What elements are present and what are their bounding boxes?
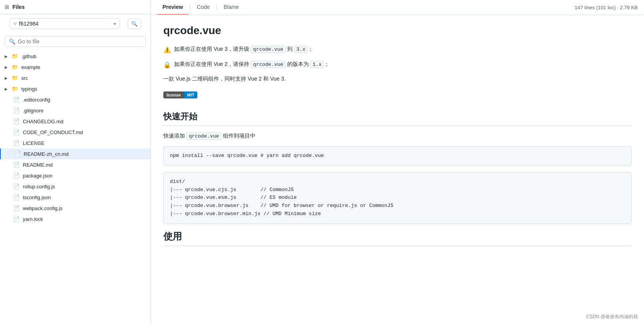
go-to-file-container: 🔍 (5, 36, 146, 47)
folder-icon: 📁 (12, 86, 18, 92)
branch-icon: ⑂ (14, 21, 17, 27)
dist-block: dist/ |--- qrcode.vue.cjs.js // CommonJS… (163, 172, 632, 224)
notice-vue2: 🔒 如果你正在使用 Vue 2，请保持 qrcode.vue 的版本为 1.x； (163, 60, 632, 70)
notice2-text: 如果你正在使用 Vue 2，请保持 qrcode.vue 的版本为 1.x； (174, 60, 329, 69)
notice-vue3: ⚠️ 如果你正在使用 Vue 3，请升级 qrcode.vue 到 3.x； (163, 45, 632, 55)
tab-preview[interactable]: Preview (157, 0, 188, 15)
notice1-code2: 3.x (294, 46, 308, 53)
content-area: qrcode.vue ⚠️ 如果你正在使用 Vue 3，请升级 qrcode.v… (151, 15, 644, 324)
sidebar-item-package-json[interactable]: 📄 package.json (0, 170, 151, 181)
sidebar-item-webpack[interactable]: 📄 webpack.config.js (0, 203, 151, 214)
tab-bar: Preview | Code | Blame 147 lines (101 lo… (151, 0, 644, 15)
notice2-code2: 1.x (310, 61, 324, 68)
file-icon: 📄 (14, 151, 21, 157)
chevron-right-icon: ▶ (5, 54, 8, 59)
folder-name: .github (21, 53, 36, 59)
footer-credit: CSDN @俊俊有内涵的我 (586, 314, 638, 320)
file-icon: 📄 (13, 97, 20, 103)
tab-blame[interactable]: Blame (218, 0, 245, 15)
file-icon: 📄 (13, 183, 20, 190)
file-icon: 📄 (13, 216, 20, 222)
notice1-code1: qrcode.vue (251, 46, 286, 53)
file-icon: 📄 (13, 129, 20, 135)
section1-code: qrcode.vue (187, 133, 221, 140)
file-name: tsconfig.json (23, 195, 51, 200)
branch-row: ⑂ f612984 ▾ 🔍 (0, 14, 151, 33)
file-icon: 📄 (13, 172, 20, 179)
sidebar-title: Files (12, 4, 25, 10)
folder-name: src (21, 75, 28, 81)
badge-value: MIT (184, 91, 197, 98)
branch-selector[interactable]: ⑂ f612984 ▾ (9, 18, 120, 29)
tab-divider-1: | (189, 4, 191, 10)
file-icon: 📄 (13, 140, 20, 146)
sidebar-header: ⊞ Files (0, 0, 151, 14)
sidebar-item-github[interactable]: ▶ 📁 .github (0, 51, 151, 62)
file-list: ▶ 📁 .github ▶ 📁 example ▶ 📁 src ▶ 📁 typi… (0, 51, 151, 324)
section1-title: 快速开始 (163, 111, 632, 126)
file-icon: 📄 (13, 205, 20, 211)
section1-desc: 快速添加 qrcode.vue 组件到项目中 (163, 131, 632, 141)
file-name: CHANGELOG.md (23, 119, 63, 124)
file-name: package.json (23, 173, 53, 179)
sidebar-item-src[interactable]: ▶ 📁 src (0, 72, 151, 83)
folder-icon: 📁 (12, 64, 18, 70)
sidebar-item-readme[interactable]: 📄 README.md (0, 159, 151, 170)
main-content: Preview | Code | Blame 147 lines (101 lo… (151, 0, 644, 324)
file-name: LICENSE (23, 140, 45, 146)
sidebar: ⊞ Files ⑂ f612984 ▾ 🔍 🔍 ▶ 📁 .github ▶ 📁 … (0, 0, 151, 324)
file-icon: 📄 (13, 118, 20, 124)
folder-icon: 📁 (12, 53, 18, 59)
go-to-file-input[interactable] (18, 38, 142, 45)
sidebar-item-readme-zh[interactable]: 📄 README-zh_cn.md (0, 148, 151, 159)
notice2-code1: qrcode.vue (251, 61, 286, 68)
tab-divider-2: | (216, 4, 218, 10)
tab-code[interactable]: Code (192, 0, 215, 15)
sidebar-item-gitignore[interactable]: 📄 .gitignore (0, 105, 151, 116)
sidebar-item-rollup[interactable]: 📄 rollup.config.js (0, 181, 151, 192)
file-name: .gitignore (23, 108, 43, 114)
sidebar-item-yarn-lock[interactable]: 📄 yarn.lock (0, 214, 151, 224)
file-icon: 📄 (13, 107, 20, 114)
chevron-right-icon: ▶ (5, 87, 8, 91)
install-command: npm install --save qrcode.vue # yarn add… (163, 146, 632, 166)
file-name: yarn.lock (23, 216, 43, 222)
notice1-text: 如果你正在使用 Vue 3，请升级 qrcode.vue 到 3.x； (174, 45, 313, 54)
sidebar-item-tsconfig[interactable]: 📄 tsconfig.json (0, 192, 151, 203)
chevron-right-icon: ▶ (5, 65, 8, 69)
search-button[interactable]: 🔍 (128, 19, 141, 29)
sidebar-item-code-of-conduct[interactable]: 📄 CODE_OF_CONDUCT.md (0, 127, 151, 138)
file-name: README-zh_cn.md (24, 151, 69, 157)
readme-title: qrcode.vue (163, 24, 632, 37)
sidebar-item-changelog[interactable]: 📄 CHANGELOG.md (0, 116, 151, 127)
file-name: CODE_OF_CONDUCT.md (23, 129, 83, 135)
folder-name: typings (21, 86, 37, 92)
file-name: rollup.config.js (23, 184, 55, 190)
search-icon: 🔍 (9, 38, 15, 45)
sidebar-item-editorconfig[interactable]: 📄 .editorconfig (0, 94, 151, 105)
badge-label: license (163, 91, 184, 98)
file-name: .editorconfig (23, 97, 50, 103)
file-name: README.md (23, 162, 53, 168)
chevron-right-icon: ▶ (5, 76, 8, 80)
sidebar-item-license[interactable]: 📄 LICENSE (0, 138, 151, 148)
file-icon: 📄 (13, 194, 20, 200)
branch-name: f612984 (19, 21, 39, 27)
license-badge: license MIT (163, 91, 197, 98)
sidebar-item-example[interactable]: ▶ 📁 example (0, 62, 151, 72)
section2-title: 使用 (163, 230, 632, 246)
warning-icon: ⚠️ (163, 45, 171, 55)
lock-icon: 🔒 (163, 60, 171, 70)
description: 一款 Vue.js 二维码组件，同时支持 Vue 2 和 Vue 3. (163, 74, 632, 84)
file-meta: 147 lines (101 loc) · 2.79 KB (575, 1, 638, 14)
folder-name: example (21, 64, 40, 70)
layout-icon: ⊞ (5, 4, 9, 10)
folder-icon: 📁 (12, 75, 18, 81)
file-name: webpack.config.js (23, 205, 63, 211)
sidebar-item-typings[interactable]: ▶ 📁 typings (0, 83, 151, 94)
file-icon: 📄 (13, 162, 20, 168)
chevron-down-icon: ▾ (114, 22, 116, 26)
